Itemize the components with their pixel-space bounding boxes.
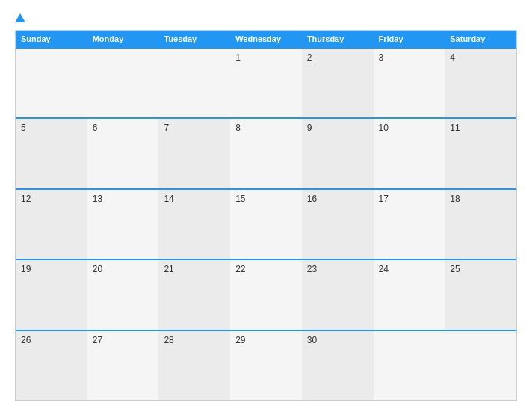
calendar-cell: 11 <box>445 119 516 188</box>
logo-triangle-icon <box>15 13 25 22</box>
calendar-cell: 1 <box>230 49 302 117</box>
day-number: 22 <box>235 264 245 274</box>
calendar-cell: 24 <box>374 260 445 329</box>
day-number: 12 <box>21 194 31 204</box>
calendar-cell: 14 <box>158 190 230 259</box>
calendar-cell: 17 <box>374 190 445 259</box>
calendar-cell: 13 <box>87 190 159 259</box>
calendar-header-day-wednesday: Wednesday <box>230 31 302 47</box>
calendar-cell: 8 <box>230 119 302 188</box>
calendar-cell: 23 <box>302 260 374 329</box>
day-number: 13 <box>93 194 102 204</box>
day-number: 1 <box>235 52 241 63</box>
calendar-cell: 28 <box>158 331 230 400</box>
day-number: 15 <box>235 194 245 204</box>
calendar-cell: 15 <box>230 190 302 259</box>
calendar-cell: 29 <box>230 331 302 400</box>
day-number: 5 <box>21 123 26 133</box>
day-number: 11 <box>450 123 460 133</box>
day-number: 27 <box>93 335 102 345</box>
calendar-cell: 4 <box>445 49 516 117</box>
day-number: 17 <box>379 194 389 204</box>
calendar-cell <box>445 331 516 400</box>
calendar-week-1: 1234 <box>16 47 516 117</box>
calendar-cell: 6 <box>87 119 159 188</box>
calendar-body: 1234567891011121314151617181920212223242… <box>16 47 516 400</box>
calendar-header-day-sunday: Sunday <box>16 31 87 47</box>
logo-blue-text <box>15 13 28 22</box>
calendar-cell: 3 <box>374 49 445 117</box>
day-number: 6 <box>93 123 98 133</box>
calendar-cell: 7 <box>158 119 230 188</box>
day-number: 3 <box>379 52 384 63</box>
day-number: 20 <box>93 264 102 274</box>
calendar-week-3: 12131415161718 <box>16 188 516 259</box>
calendar-header-day-friday: Friday <box>374 31 445 47</box>
day-number: 18 <box>450 194 460 204</box>
calendar-cell <box>16 49 87 117</box>
day-number: 30 <box>307 335 317 345</box>
calendar-cell: 21 <box>158 260 230 329</box>
calendar-cell: 10 <box>374 119 445 188</box>
day-number: 21 <box>164 264 173 274</box>
calendar-cell: 5 <box>16 119 87 188</box>
calendar-header-row: SundayMondayTuesdayWednesdayThursdayFrid… <box>16 31 516 47</box>
day-number: 25 <box>450 264 460 274</box>
calendar-cell <box>374 331 445 400</box>
calendar-header-day-thursday: Thursday <box>302 31 374 47</box>
calendar-cell: 25 <box>445 260 516 329</box>
day-number: 29 <box>235 335 245 345</box>
day-number: 9 <box>307 123 312 133</box>
calendar-week-5: 2627282930 <box>16 330 516 400</box>
calendar-cell: 2 <box>302 49 374 117</box>
day-number: 8 <box>235 123 241 133</box>
day-number: 14 <box>164 194 173 204</box>
day-number: 26 <box>21 335 31 345</box>
day-number: 2 <box>307 52 312 63</box>
calendar-cell: 30 <box>302 331 374 400</box>
calendar-week-2: 567891011 <box>16 117 516 188</box>
calendar-page: SundayMondayTuesdayWednesdayThursdayFrid… <box>0 0 532 411</box>
day-number: 7 <box>164 123 169 133</box>
calendar-cell: 27 <box>87 331 159 400</box>
calendar-week-4: 19202122232425 <box>16 259 516 329</box>
logo <box>15 13 28 22</box>
calendar-cell <box>158 49 230 117</box>
calendar-cell: 22 <box>230 260 302 329</box>
day-number: 19 <box>21 264 31 274</box>
calendar-grid: SundayMondayTuesdayWednesdayThursdayFrid… <box>15 30 517 401</box>
day-number: 16 <box>307 194 317 204</box>
calendar-cell: 18 <box>445 190 516 259</box>
calendar-cell: 26 <box>16 331 87 400</box>
calendar-cell: 20 <box>87 260 159 329</box>
calendar-header-day-tuesday: Tuesday <box>158 31 230 47</box>
day-number: 24 <box>379 264 389 274</box>
day-number: 10 <box>379 123 389 133</box>
calendar-cell: 9 <box>302 119 374 188</box>
calendar-cell: 19 <box>16 260 87 329</box>
calendar-header-day-saturday: Saturday <box>445 31 516 47</box>
calendar-cell <box>87 49 159 117</box>
header <box>15 13 517 22</box>
day-number: 23 <box>307 264 317 274</box>
calendar-cell: 16 <box>302 190 374 259</box>
calendar-cell: 12 <box>16 190 87 259</box>
day-number: 4 <box>450 52 455 63</box>
day-number: 28 <box>164 335 173 345</box>
calendar-header-day-monday: Monday <box>87 31 159 47</box>
